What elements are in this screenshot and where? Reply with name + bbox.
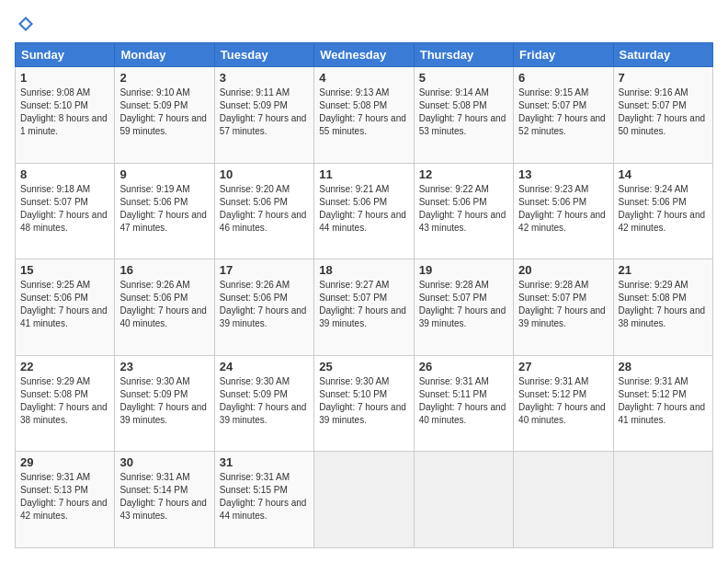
day-cell: 2 Sunrise: 9:10 AM Sunset: 5:09 PM Dayli… [115, 67, 214, 164]
day-cell: 12 Sunrise: 9:22 AM Sunset: 5:06 PM Dayl… [414, 163, 513, 259]
day-number: 7 [619, 71, 708, 85]
day-info: Sunrise: 9:13 AM Sunset: 5:08 PM Dayligh… [319, 86, 408, 138]
day-cell: 11 Sunrise: 9:21 AM Sunset: 5:06 PM Dayl… [314, 163, 414, 259]
day-cell: 6 Sunrise: 9:15 AM Sunset: 5:07 PM Dayli… [514, 67, 613, 164]
day-number: 23 [119, 360, 209, 373]
day-info: Sunrise: 9:18 AM Sunset: 5:07 PM Dayligh… [20, 183, 109, 235]
day-info: Sunrise: 9:30 AM Sunset: 5:09 PM Dayligh… [119, 375, 209, 427]
day-number: 30 [119, 455, 209, 469]
day-number: 9 [119, 167, 209, 181]
day-info: Sunrise: 9:26 AM Sunset: 5:06 PM Dayligh… [119, 279, 209, 330]
week-row-4: 22 Sunrise: 9:29 AM Sunset: 5:08 PM Dayl… [16, 355, 713, 452]
day-cell: 13 Sunrise: 9:23 AM Sunset: 5:06 PM Dayl… [514, 163, 613, 259]
weekday-thursday: Thursday [414, 43, 513, 67]
day-number: 28 [619, 360, 708, 373]
day-number: 18 [319, 263, 408, 277]
day-number: 25 [319, 360, 408, 373]
day-number: 16 [119, 263, 209, 277]
day-cell: 4 Sunrise: 9:13 AM Sunset: 5:08 PM Dayli… [314, 67, 414, 164]
day-cell [314, 452, 414, 548]
weekday-header-row: SundayMondayTuesdayWednesdayThursdayFrid… [16, 43, 713, 67]
day-cell: 15 Sunrise: 9:25 AM Sunset: 5:06 PM Dayl… [16, 259, 115, 356]
day-number: 5 [419, 71, 508, 85]
day-number: 2 [119, 71, 209, 85]
day-info: Sunrise: 9:25 AM Sunset: 5:06 PM Dayligh… [20, 279, 109, 330]
day-number: 26 [419, 360, 508, 373]
day-number: 22 [20, 360, 109, 373]
day-info: Sunrise: 9:28 AM Sunset: 5:07 PM Dayligh… [518, 279, 608, 330]
day-info: Sunrise: 9:31 AM Sunset: 5:11 PM Dayligh… [419, 375, 508, 427]
day-number: 31 [220, 455, 309, 469]
day-cell: 30 Sunrise: 9:31 AM Sunset: 5:14 PM Dayl… [115, 452, 214, 548]
day-cell: 26 Sunrise: 9:31 AM Sunset: 5:11 PM Dayl… [414, 355, 513, 452]
weekday-sunday: Sunday [16, 43, 115, 67]
day-info: Sunrise: 9:31 AM Sunset: 5:13 PM Dayligh… [20, 471, 109, 523]
day-info: Sunrise: 9:26 AM Sunset: 5:06 PM Dayligh… [220, 279, 309, 330]
day-info: Sunrise: 9:10 AM Sunset: 5:09 PM Dayligh… [119, 86, 209, 138]
day-number: 8 [20, 167, 109, 181]
day-number: 15 [20, 263, 109, 277]
week-row-3: 15 Sunrise: 9:25 AM Sunset: 5:06 PM Dayl… [16, 259, 713, 356]
day-cell: 9 Sunrise: 9:19 AM Sunset: 5:06 PM Dayli… [115, 163, 214, 259]
day-info: Sunrise: 9:08 AM Sunset: 5:10 PM Dayligh… [20, 86, 109, 138]
day-cell: 20 Sunrise: 9:28 AM Sunset: 5:07 PM Dayl… [514, 259, 613, 356]
weekday-wednesday: Wednesday [314, 43, 414, 67]
day-number: 27 [518, 360, 608, 373]
day-cell: 22 Sunrise: 9:29 AM Sunset: 5:08 PM Dayl… [16, 355, 115, 452]
day-cell: 16 Sunrise: 9:26 AM Sunset: 5:06 PM Dayl… [115, 259, 214, 356]
weekday-saturday: Saturday [613, 43, 712, 67]
day-info: Sunrise: 9:31 AM Sunset: 5:15 PM Dayligh… [220, 471, 309, 523]
day-number: 24 [220, 360, 309, 373]
day-cell: 31 Sunrise: 9:31 AM Sunset: 5:15 PM Dayl… [214, 452, 313, 548]
calendar-table: SundayMondayTuesdayWednesdayThursdayFrid… [15, 42, 713, 548]
day-info: Sunrise: 9:29 AM Sunset: 5:08 PM Dayligh… [619, 279, 708, 330]
day-info: Sunrise: 9:14 AM Sunset: 5:08 PM Dayligh… [419, 86, 508, 138]
day-info: Sunrise: 9:31 AM Sunset: 5:12 PM Dayligh… [619, 375, 708, 427]
page: SundayMondayTuesdayWednesdayThursdayFrid… [0, 0, 728, 563]
day-number: 1 [20, 71, 109, 85]
weekday-tuesday: Tuesday [214, 43, 313, 67]
day-cell: 8 Sunrise: 9:18 AM Sunset: 5:07 PM Dayli… [16, 163, 115, 259]
day-number: 12 [419, 167, 508, 181]
day-number: 29 [20, 455, 109, 469]
day-number: 21 [619, 263, 708, 277]
day-info: Sunrise: 9:19 AM Sunset: 5:06 PM Dayligh… [119, 183, 209, 235]
day-cell: 14 Sunrise: 9:24 AM Sunset: 5:06 PM Dayl… [613, 163, 712, 259]
day-cell [414, 452, 513, 548]
day-cell: 1 Sunrise: 9:08 AM Sunset: 5:10 PM Dayli… [16, 67, 115, 164]
day-number: 4 [319, 71, 408, 85]
day-info: Sunrise: 9:31 AM Sunset: 5:14 PM Dayligh… [119, 471, 209, 523]
day-cell: 29 Sunrise: 9:31 AM Sunset: 5:13 PM Dayl… [16, 452, 115, 548]
logo-icon [17, 15, 35, 33]
day-info: Sunrise: 9:22 AM Sunset: 5:06 PM Dayligh… [419, 183, 508, 235]
day-number: 11 [319, 167, 408, 181]
day-info: Sunrise: 9:24 AM Sunset: 5:06 PM Dayligh… [619, 183, 708, 235]
day-number: 17 [220, 263, 309, 277]
day-cell [514, 452, 613, 548]
week-row-5: 29 Sunrise: 9:31 AM Sunset: 5:13 PM Dayl… [16, 452, 713, 548]
day-number: 20 [518, 263, 608, 277]
day-cell: 28 Sunrise: 9:31 AM Sunset: 5:12 PM Dayl… [613, 355, 712, 452]
day-cell: 5 Sunrise: 9:14 AM Sunset: 5:08 PM Dayli… [414, 67, 513, 164]
day-cell: 24 Sunrise: 9:30 AM Sunset: 5:09 PM Dayl… [214, 355, 313, 452]
day-info: Sunrise: 9:30 AM Sunset: 5:09 PM Dayligh… [220, 375, 309, 427]
day-number: 10 [220, 167, 309, 181]
day-info: Sunrise: 9:15 AM Sunset: 5:07 PM Dayligh… [518, 86, 608, 138]
day-info: Sunrise: 9:29 AM Sunset: 5:08 PM Dayligh… [20, 375, 109, 427]
day-number: 14 [619, 167, 708, 181]
day-cell: 7 Sunrise: 9:16 AM Sunset: 5:07 PM Dayli… [613, 67, 712, 164]
day-info: Sunrise: 9:21 AM Sunset: 5:06 PM Dayligh… [319, 183, 408, 235]
day-info: Sunrise: 9:27 AM Sunset: 5:07 PM Dayligh… [319, 279, 408, 330]
day-info: Sunrise: 9:11 AM Sunset: 5:09 PM Dayligh… [220, 86, 309, 138]
week-row-2: 8 Sunrise: 9:18 AM Sunset: 5:07 PM Dayli… [16, 163, 713, 259]
week-row-1: 1 Sunrise: 9:08 AM Sunset: 5:10 PM Dayli… [16, 67, 713, 164]
day-cell: 10 Sunrise: 9:20 AM Sunset: 5:06 PM Dayl… [214, 163, 313, 259]
day-cell: 25 Sunrise: 9:30 AM Sunset: 5:10 PM Dayl… [314, 355, 414, 452]
day-info: Sunrise: 9:30 AM Sunset: 5:10 PM Dayligh… [319, 375, 408, 427]
day-cell: 23 Sunrise: 9:30 AM Sunset: 5:09 PM Dayl… [115, 355, 214, 452]
day-info: Sunrise: 9:20 AM Sunset: 5:06 PM Dayligh… [220, 183, 309, 235]
day-number: 19 [419, 263, 508, 277]
day-number: 13 [518, 167, 608, 181]
day-info: Sunrise: 9:28 AM Sunset: 5:07 PM Dayligh… [419, 279, 508, 330]
header [15, 15, 713, 33]
